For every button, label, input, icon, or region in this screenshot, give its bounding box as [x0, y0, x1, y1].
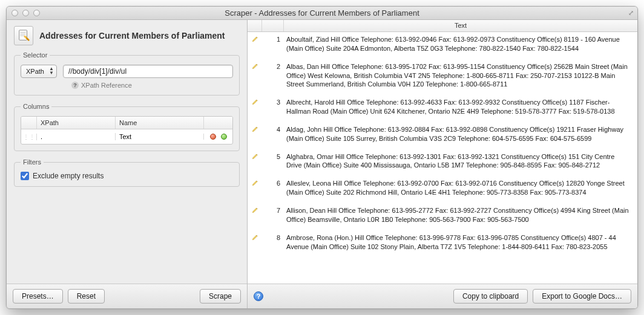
titlebar: Scraper - Addresses for Current Members …	[7, 7, 637, 20]
add-column-icon[interactable]	[221, 134, 227, 140]
row-text: Albrecht, Harold Hill Office Telephone: …	[284, 97, 637, 120]
reset-button[interactable]: Reset	[68, 289, 105, 304]
edit-row-icon[interactable]	[248, 206, 262, 228]
row-text: Ambrose, Rona (Hon.) Hill Office Telepho…	[284, 233, 637, 255]
xpath-reference-label: XPath Reference	[81, 82, 132, 89]
row-text: Allison, Dean Hill Office Telephone: 613…	[284, 206, 637, 228]
row-number: 4	[262, 125, 284, 147]
row-text: Albas, Dan Hill Office Telephone: 613-99…	[284, 62, 637, 93]
columns-header-name: Name	[116, 117, 203, 129]
edit-row-icon[interactable]	[248, 34, 262, 57]
table-row[interactable]: 2Albas, Dan Hill Office Telephone: 613-9…	[248, 59, 637, 96]
row-text: Aboultaif, Ziad Hill Office Telephone: 6…	[284, 34, 637, 57]
help-icon: ?	[71, 82, 79, 89]
table-row[interactable]: 1Aboultaif, Ziad Hill Office Telephone: …	[248, 32, 637, 59]
column-xpath-value: .	[37, 133, 116, 140]
right-pane: Text 1Aboultaif, Ziad Hill Office Teleph…	[248, 20, 637, 308]
table-row[interactable]: 5Alghabra, Omar Hill Office Telephone: 6…	[248, 149, 637, 177]
zoom-icon[interactable]	[33, 10, 40, 16]
scraper-window: Scraper - Addresses for Current Members …	[6, 6, 638, 309]
left-pane: Addresses for Current Members of Parliam…	[7, 20, 248, 308]
table-row[interactable]: 6Alleslev, Leona Hill Office Telephone: …	[248, 176, 637, 203]
help-icon[interactable]: ?	[254, 291, 263, 301]
scrape-button[interactable]: Scrape	[200, 289, 241, 304]
copy-clipboard-button[interactable]: Copy to clipboard	[453, 289, 528, 304]
left-button-bar: Presets… Reset Scrape	[7, 284, 247, 308]
row-number: 1	[262, 34, 284, 57]
edit-row-icon[interactable]	[248, 233, 262, 255]
right-button-bar: ? Copy to clipboard Export to Google Doc…	[248, 284, 637, 308]
table-row[interactable]: 8Ambrose, Rona (Hon.) Hill Office Teleph…	[248, 230, 637, 258]
traffic-lights	[12, 10, 40, 16]
page-title: Addresses for Current Members of Parliam…	[39, 31, 225, 41]
svg-rect-0	[19, 30, 27, 41]
drag-handle-icon[interactable]: ⋮⋮	[21, 134, 37, 140]
selector-expression-input[interactable]	[63, 65, 233, 78]
columns-group: Columns XPath Name ⋮⋮.Text	[14, 103, 240, 151]
row-number: 7	[262, 206, 284, 228]
results-header: Text	[248, 20, 637, 32]
results-header-text[interactable]: Text	[284, 20, 637, 31]
expand-icon[interactable]: ⤢	[628, 9, 634, 17]
row-number: 6	[262, 178, 284, 201]
row-text: Alleslev, Leona Hill Office Telephone: 6…	[284, 178, 637, 201]
columns-row[interactable]: ⋮⋮.Text	[21, 129, 232, 144]
edit-row-icon[interactable]	[248, 62, 262, 93]
row-number: 8	[262, 233, 284, 255]
remove-column-icon[interactable]	[210, 134, 216, 140]
edit-row-icon[interactable]	[248, 125, 262, 147]
table-row[interactable]: 7Allison, Dean Hill Office Telephone: 61…	[248, 203, 637, 230]
selector-type-select[interactable]: XPath	[21, 65, 57, 78]
selector-group: Selector XPath ▲▼ ? XPath Reference	[14, 51, 240, 96]
column-name-value: Text	[116, 133, 203, 140]
row-number: 2	[262, 62, 284, 93]
exclude-empty-checkbox[interactable]	[21, 172, 29, 180]
row-text: Aldag, John Hill Office Telephone: 613-9…	[284, 125, 637, 147]
selector-legend: Selector	[21, 51, 50, 59]
export-googledocs-button[interactable]: Export to Google Docs…	[533, 289, 631, 304]
edit-row-icon[interactable]	[248, 152, 262, 174]
table-row[interactable]: 4Aldag, John Hill Office Telephone: 613-…	[248, 122, 637, 149]
row-number: 3	[262, 97, 284, 120]
table-row[interactable]: 3Albrecht, Harold Hill Office Telephone:…	[248, 95, 637, 122]
exclude-empty-label: Exclude empty results	[33, 172, 104, 180]
page-icon	[14, 26, 33, 45]
exclude-empty-row[interactable]: Exclude empty results	[21, 172, 233, 180]
minimize-icon[interactable]	[22, 10, 29, 16]
xpath-reference-link[interactable]: ? XPath Reference	[71, 82, 233, 89]
edit-row-icon[interactable]	[248, 97, 262, 120]
window-title: Scraper - Addresses for Current Members …	[7, 8, 637, 18]
filters-group: Filters Exclude empty results	[14, 158, 240, 187]
edit-row-icon[interactable]	[248, 178, 262, 201]
row-number: 5	[262, 152, 284, 174]
columns-table: XPath Name ⋮⋮.Text	[21, 116, 233, 145]
columns-legend: Columns	[21, 103, 51, 110]
close-icon[interactable]	[12, 10, 18, 16]
columns-header-xpath: XPath	[37, 117, 116, 129]
row-text: Alghabra, Omar Hill Office Telephone: 61…	[284, 152, 637, 174]
filters-legend: Filters	[21, 158, 44, 166]
presets-button[interactable]: Presets…	[13, 289, 63, 304]
results-body[interactable]: 1Aboultaif, Ziad Hill Office Telephone: …	[248, 32, 637, 284]
